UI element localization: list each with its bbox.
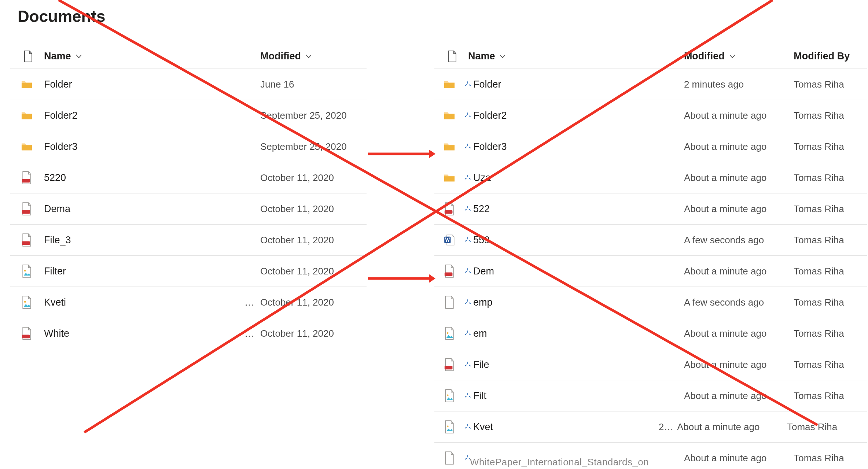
new-item-tick-icon — [464, 299, 471, 306]
blank-icon — [444, 451, 455, 465]
file-type-cell — [434, 202, 468, 215]
table-row[interactable]: Folder2September 25, 2020 — [10, 100, 367, 131]
page-title: Documents — [18, 7, 106, 26]
filename-cell[interactable]: em — [468, 328, 684, 339]
modified-text: About a minute ago — [684, 172, 767, 184]
filename-cell[interactable]: Folder — [468, 79, 684, 90]
table-row[interactable]: FilterOctober 11, 2020 — [10, 256, 367, 287]
chevron-down-icon — [499, 52, 507, 60]
modified-text: About a minute ago — [684, 266, 767, 277]
filename-cell[interactable]: Folder — [44, 79, 260, 90]
file-type-cell — [10, 233, 44, 247]
table-row[interactable]: Kveti…October 11, 2020 — [10, 287, 367, 318]
file-type-cell — [434, 327, 468, 340]
filename-cell[interactable]: File_3 — [44, 234, 260, 246]
left-document-list: Name Modified FolderJune 16Folder2Septem… — [10, 44, 367, 349]
row-overflow-ellipsis[interactable]: 2… — [655, 421, 677, 433]
modified-by-text: Tomas Riha — [794, 390, 844, 402]
filename-cell[interactable]: File — [468, 359, 684, 370]
modified-cell: October 11, 2020 — [260, 297, 356, 308]
modified-by-cell: Tomas Riha — [794, 390, 867, 402]
modified-cell: September 25, 2020 — [260, 110, 356, 121]
right-document-list: Name Modified Modified By Folder2 minute… — [434, 44, 867, 469]
filename-cell[interactable]: Filter — [44, 266, 260, 277]
table-row[interactable]: DemAbout a minute agoTomas Riha — [434, 256, 867, 287]
table-row[interactable]: empA few seconds agoTomas Riha — [434, 287, 867, 318]
table-row[interactable]: FolderJune 16 — [10, 69, 367, 100]
table-row[interactable]: emAbout a minute agoTomas Riha — [434, 318, 867, 349]
file-type-cell — [434, 420, 468, 433]
filename-text: Kveti — [44, 297, 66, 308]
row-overflow-ellipsis[interactable]: … — [238, 328, 260, 339]
filename-cell[interactable]: 5220 — [44, 172, 260, 184]
filename-text: Dem — [473, 266, 494, 277]
filename-cell[interactable]: Uza — [468, 172, 684, 184]
column-modified-by[interactable]: Modified By — [794, 51, 867, 62]
column-modified[interactable]: Modified — [684, 51, 794, 62]
table-row[interactable]: File_3October 11, 2020 — [10, 225, 367, 256]
pdf-icon — [444, 202, 455, 215]
table-row[interactable]: Folder3September 25, 2020 — [10, 131, 367, 162]
new-item-tick-icon — [464, 268, 471, 275]
row-overflow-ellipsis[interactable]: … — [238, 297, 260, 308]
filename-cell[interactable]: Folder2 — [468, 110, 684, 121]
filename-cell[interactable]: Dema — [44, 203, 260, 215]
filename-cell[interactable]: emp — [468, 297, 684, 308]
new-item-tick-icon — [464, 424, 471, 431]
table-row[interactable]: Folder2About a minute agoTomas Riha — [434, 100, 867, 131]
column-modified[interactable]: Modified — [260, 51, 356, 62]
column-item-type[interactable] — [10, 50, 44, 63]
file-type-cell — [10, 171, 44, 184]
table-row[interactable]: UzaAbout a minute agoTomas Riha — [434, 162, 867, 193]
modified-by-cell: Tomas Riha — [794, 359, 867, 370]
filename-cell[interactable]: 559 — [468, 234, 684, 246]
column-item-type[interactable] — [434, 50, 468, 63]
table-row[interactable]: 559A few seconds agoTomas Riha — [434, 225, 867, 256]
file-type-cell — [434, 389, 468, 402]
filename-cell[interactable]: Kvet — [468, 421, 655, 433]
modified-by-cell: Tomas Riha — [794, 266, 867, 277]
table-row[interactable]: DemaOctober 11, 2020 — [10, 193, 367, 225]
file-type-cell — [434, 265, 468, 278]
table-row[interactable]: FiltAbout a minute agoTomas Riha — [434, 380, 867, 411]
modified-by-text: Tomas Riha — [794, 172, 844, 184]
modified-text: About a minute ago — [684, 110, 767, 121]
modified-text: About a minute ago — [684, 328, 767, 339]
filename-cell[interactable]: Kveti — [44, 297, 238, 308]
file-type-cell — [434, 296, 468, 309]
filename-cell[interactable]: Filt — [468, 390, 684, 402]
modified-cell: About a minute ago — [684, 328, 794, 339]
filename-text: Uza — [473, 172, 491, 184]
modified-cell: About a minute ago — [684, 172, 794, 184]
filename-cell[interactable]: White — [44, 328, 238, 339]
modified-cell: About a minute ago — [684, 110, 794, 121]
filename-partial: WhitePaper_International_Standards_on — [470, 457, 649, 468]
table-row[interactable]: White…October 11, 2020 — [10, 318, 367, 349]
table-row[interactable]: Kvet2…About a minute agoTomas Riha — [434, 411, 867, 443]
table-row[interactable]: 5220October 11, 2020 — [10, 162, 367, 193]
filename-cell[interactable]: Dem — [468, 266, 684, 277]
modified-by-text: Tomas Riha — [794, 297, 844, 308]
folder-icon — [444, 109, 455, 122]
pdf-icon — [21, 233, 32, 247]
table-row[interactable]: 522About a minute agoTomas Riha — [434, 193, 867, 225]
modified-text: A few seconds ago — [684, 234, 764, 246]
column-name[interactable]: Name — [44, 51, 260, 62]
filename-cell[interactable]: Folder3 — [468, 141, 684, 152]
column-name[interactable]: Name — [468, 51, 684, 62]
filename-cell[interactable]: Folder2 — [44, 110, 260, 121]
column-modified-by-label: Modified By — [794, 51, 850, 62]
file-type-cell — [434, 109, 468, 122]
modified-by-text: Tomas Riha — [794, 266, 844, 277]
table-row[interactable]: Folder2 minutes agoTomas Riha — [434, 69, 867, 100]
image-icon — [444, 389, 455, 402]
folder-icon — [444, 78, 455, 91]
table-row[interactable]: Folder3About a minute agoTomas Riha — [434, 131, 867, 162]
pdf-icon — [21, 171, 32, 184]
table-row[interactable]: FileAbout a minute agoTomas Riha — [434, 349, 867, 380]
new-item-tick-icon — [464, 112, 471, 119]
arrow-right-annotation — [367, 148, 436, 159]
modified-by-text: Tomas Riha — [794, 359, 844, 370]
filename-cell[interactable]: 522 — [468, 203, 684, 215]
filename-cell[interactable]: Folder3 — [44, 141, 260, 152]
